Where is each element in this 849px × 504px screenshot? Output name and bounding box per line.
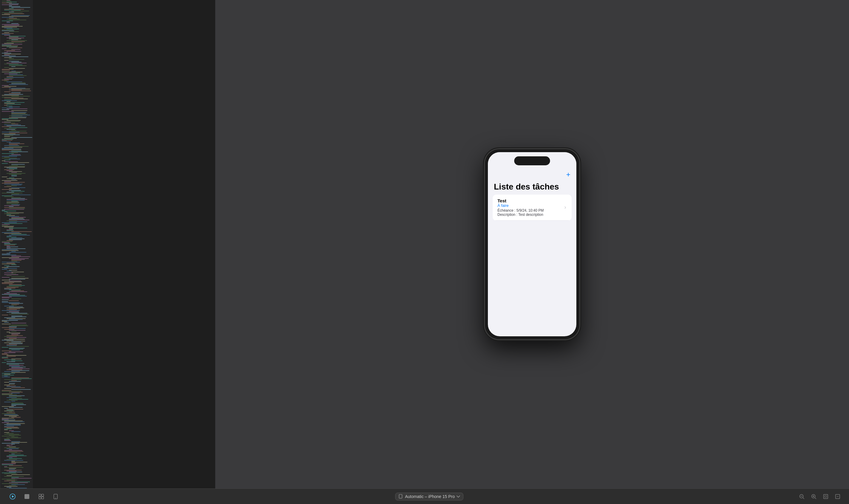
svg-rect-18 — [824, 494, 828, 499]
iphone-task-list: Test À faire Échéance : 5/9/24, 10:40 PM… — [493, 195, 572, 221]
svg-line-12 — [803, 498, 804, 499]
svg-rect-3 — [39, 494, 41, 496]
zoom-in-button[interactable] — [808, 491, 819, 502]
iphone-task-item[interactable]: Test À faire Échéance : 5/9/24, 10:40 PM… — [493, 195, 572, 221]
svg-rect-2 — [24, 494, 29, 499]
toolbar-center: Automatic – iPhone 15 Pro — [62, 493, 796, 500]
iphone-large-title: Liste des tâches — [488, 182, 576, 195]
zoom-fit-button[interactable] — [820, 491, 831, 502]
preview-area: + Liste des tâches Test À faire Échéance… — [215, 0, 849, 488]
bottom-toolbar: Automatic – iPhone 15 Pro — [0, 488, 849, 504]
main-area: 60 61 62 63 64 65 66 67 68 69 70 71 72 7… — [0, 0, 849, 488]
svg-rect-6 — [41, 497, 44, 499]
task-title: Test — [498, 198, 561, 203]
task-date: Échéance : 5/9/24, 10:40 PM — [498, 208, 561, 213]
stop-button[interactable] — [20, 491, 34, 502]
scheme-button[interactable] — [35, 491, 48, 502]
iphone-device: + Liste des tâches Test À faire Échéance… — [484, 148, 580, 340]
play-button[interactable] — [6, 491, 19, 502]
device-selector[interactable]: Automatic – iPhone 15 Pro — [395, 493, 464, 500]
device-button[interactable] — [49, 491, 62, 502]
svg-line-15 — [815, 498, 816, 499]
toolbar-right — [796, 491, 843, 502]
task-description: Description : Test description — [498, 213, 561, 217]
zoom-out-button[interactable] — [796, 491, 807, 502]
task-content: Test À faire Échéance : 5/9/24, 10:40 PM… — [498, 198, 561, 217]
iphone-plus-button[interactable]: + — [566, 170, 571, 179]
minimap — [0, 0, 33, 488]
svg-marker-1 — [12, 495, 14, 498]
svg-rect-4 — [41, 494, 44, 496]
zoom-actual-button[interactable] — [832, 491, 843, 502]
svg-rect-5 — [39, 497, 41, 499]
svg-rect-19 — [825, 496, 827, 498]
svg-point-10 — [400, 498, 401, 498]
iphone-screen: + Liste des tâches Test À faire Échéance… — [488, 152, 576, 336]
code-editor: 60 61 62 63 64 65 66 67 68 69 70 71 72 7… — [0, 0, 215, 488]
chevron-right-icon: › — [563, 204, 567, 211]
toolbar-left — [6, 491, 62, 502]
iphone-dynamic-island — [514, 156, 550, 165]
iphone-nav-bar: + — [488, 167, 576, 182]
task-status: À faire — [498, 203, 561, 208]
device-selector-label: Automatic – iPhone 15 Pro — [405, 494, 455, 499]
